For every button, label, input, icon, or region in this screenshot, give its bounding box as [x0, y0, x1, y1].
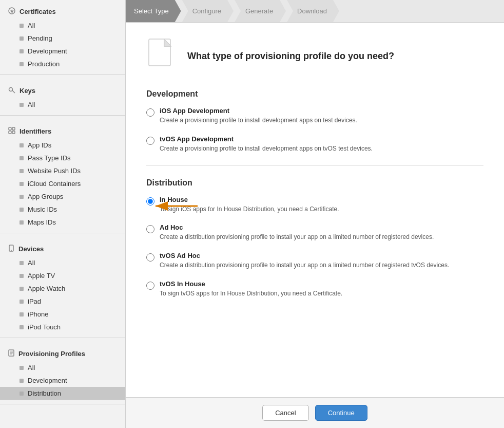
devices-section-label: Devices — [18, 245, 44, 253]
sidebar-item-prov-development[interactable]: Development — [0, 374, 125, 387]
certificates-section-label: Certificates — [20, 8, 56, 15]
prov-all-label: All — [28, 364, 35, 371]
sidebar-item-id-appgroups[interactable]: App Groups — [0, 190, 125, 203]
development-section-title: Development — [146, 89, 483, 99]
provisioning-icon — [8, 349, 14, 358]
sidebar-item-cert-all[interactable]: All — [0, 19, 125, 32]
distribution-section-title: Distribution — [146, 178, 483, 188]
dev-ipodtouch-dot — [20, 325, 24, 329]
sidebar-item-dev-applewatch[interactable]: Apple Watch — [0, 282, 125, 295]
development-section: Development iOS App Development Create a… — [146, 89, 483, 153]
cancel-button[interactable]: Cancel — [262, 405, 308, 421]
sidebar-item-id-icloud[interactable]: iCloud Containers — [0, 177, 125, 190]
wizard-step-configure[interactable]: Configure — [182, 0, 234, 22]
id-passtypes-dot — [20, 156, 24, 160]
keys-all-dot — [20, 103, 24, 107]
tvos-dev-label: tvOS App Development — [160, 135, 373, 143]
certificates-icon: ★ — [8, 7, 15, 16]
tvos-in-house-option[interactable]: tvOS In House To sign tvOS apps for In H… — [146, 280, 483, 298]
sidebar-item-keys-all[interactable]: All — [0, 98, 125, 111]
id-icloud-dot — [20, 182, 24, 186]
id-appids-dot — [20, 143, 24, 147]
tvos-ad-hoc-label: tvOS Ad Hoc — [160, 252, 449, 259]
sidebar-item-id-mapsids[interactable]: Maps IDs — [0, 216, 125, 229]
dev-iphone-label: iPhone — [28, 310, 48, 318]
dev-all-dot — [20, 261, 24, 265]
tvos-ad-hoc-radio[interactable] — [146, 253, 154, 262]
sidebar-item-cert-development[interactable]: Development — [0, 45, 125, 58]
continue-button[interactable]: Continue — [315, 405, 367, 421]
prov-development-dot — [20, 379, 24, 383]
id-musicids-label: Music IDs — [28, 206, 57, 213]
footer: Cancel Continue — [126, 397, 504, 428]
main-content: Select TypeConfigureGenerateDownload Wha… — [126, 0, 504, 428]
identifiers-section-label: Identifiers — [20, 127, 51, 135]
sidebar-item-cert-production[interactable]: Production — [0, 58, 125, 70]
sidebar-item-id-passtypes[interactable]: Pass Type IDs — [0, 152, 125, 164]
dev-all-label: All — [28, 259, 35, 267]
prov-all-dot — [20, 366, 24, 370]
id-passtypes-label: Pass Type IDs — [28, 154, 71, 162]
document-icon — [146, 38, 177, 74]
id-appids-label: App IDs — [28, 141, 51, 149]
prov-distribution-label: Distribution — [28, 389, 61, 397]
keys-section-label: Keys — [20, 87, 35, 95]
id-websitepush-dot — [20, 169, 24, 173]
prov-distribution-dot — [20, 392, 24, 396]
tvos-ad-hoc-desc: Create a distribution provisioning profi… — [160, 261, 449, 270]
devices-divider — [0, 338, 125, 338]
id-appgroups-dot — [20, 195, 24, 199]
wizard-step-label-download: Download — [297, 7, 327, 15]
cert-development-label: Development — [28, 47, 67, 55]
wizard-step-generate[interactable]: Generate — [235, 0, 286, 22]
in-house-container: In House To sign iOS apps for In House D… — [146, 196, 483, 214]
tvos-in-house-desc: To sign tvOS apps for In House Distribut… — [160, 289, 342, 298]
id-appgroups-label: App Groups — [28, 193, 63, 200]
tvos-in-house-radio[interactable] — [146, 282, 154, 290]
page-header: What type of provisioning profile do you… — [146, 38, 483, 74]
in-house-label: In House — [160, 196, 339, 203]
tvos-ad-hoc-option[interactable]: tvOS Ad Hoc Create a distribution provis… — [146, 252, 483, 270]
sidebar-section-identifiers: Identifiers — [0, 120, 125, 139]
in-house-option[interactable]: In House To sign iOS apps for In House D… — [146, 196, 483, 214]
sidebar-item-dev-iphone[interactable]: iPhone — [0, 308, 125, 321]
in-house-radio[interactable] — [146, 197, 154, 206]
tvos-in-house-label: tvOS In House — [160, 280, 342, 288]
ios-dev-radio[interactable] — [146, 108, 154, 117]
ad-hoc-option[interactable]: Ad Hoc Create a distribution provisionin… — [146, 224, 483, 241]
sidebar-item-id-appids[interactable]: App IDs — [0, 139, 125, 152]
sidebar-item-id-musicids[interactable]: Music IDs — [0, 203, 125, 216]
sidebar-item-dev-ipad[interactable]: iPad — [0, 295, 125, 308]
cert-development-dot — [20, 49, 24, 53]
dev-ipodtouch-label: iPod Touch — [28, 323, 61, 331]
tvos-dev-option[interactable]: tvOS App Development Create a provisioni… — [146, 135, 483, 153]
id-websitepush-label: Website Push IDs — [28, 167, 81, 175]
wizard-step-select-type[interactable]: Select Type — [126, 0, 181, 22]
id-musicids-dot — [20, 208, 24, 212]
wizard-step-download[interactable]: Download — [287, 0, 339, 22]
sidebar-item-id-websitepush[interactable]: Website Push IDs — [0, 164, 125, 177]
keys-divider — [0, 115, 125, 116]
dev-ipad-dot — [20, 300, 24, 304]
svg-text:★: ★ — [10, 9, 14, 14]
ad-hoc-radio[interactable] — [146, 225, 154, 233]
keys-icon — [8, 86, 15, 95]
tvos-dev-desc: Create a provisioning profile to install… — [160, 144, 373, 153]
sidebar-item-prov-distribution[interactable]: Distribution — [0, 387, 125, 400]
wizard-step-label-configure: Configure — [192, 7, 221, 15]
svg-rect-6 — [9, 131, 11, 134]
sidebar-item-cert-pending[interactable]: Pending — [0, 32, 125, 45]
sidebar-section-devices: Devices — [0, 237, 125, 256]
sidebar-item-prov-all[interactable]: All — [0, 361, 125, 374]
tvos-dev-radio[interactable] — [146, 137, 154, 145]
id-mapsids-label: Maps IDs — [28, 218, 56, 226]
sidebar-item-dev-appletv[interactable]: Apple TV — [0, 269, 125, 282]
sidebar-item-dev-all[interactable]: All — [0, 256, 125, 269]
ad-hoc-desc: Create a distribution provisioning profi… — [160, 233, 434, 241]
sidebar-item-dev-ipodtouch[interactable]: iPod Touch — [0, 321, 125, 333]
dev-ipad-label: iPad — [28, 297, 41, 305]
svg-rect-7 — [12, 131, 15, 134]
sidebar-section-certificates: ★Certificates — [0, 0, 125, 19]
dev-appletv-label: Apple TV — [28, 272, 55, 280]
ios-dev-option[interactable]: iOS App Development Create a provisionin… — [146, 107, 483, 125]
